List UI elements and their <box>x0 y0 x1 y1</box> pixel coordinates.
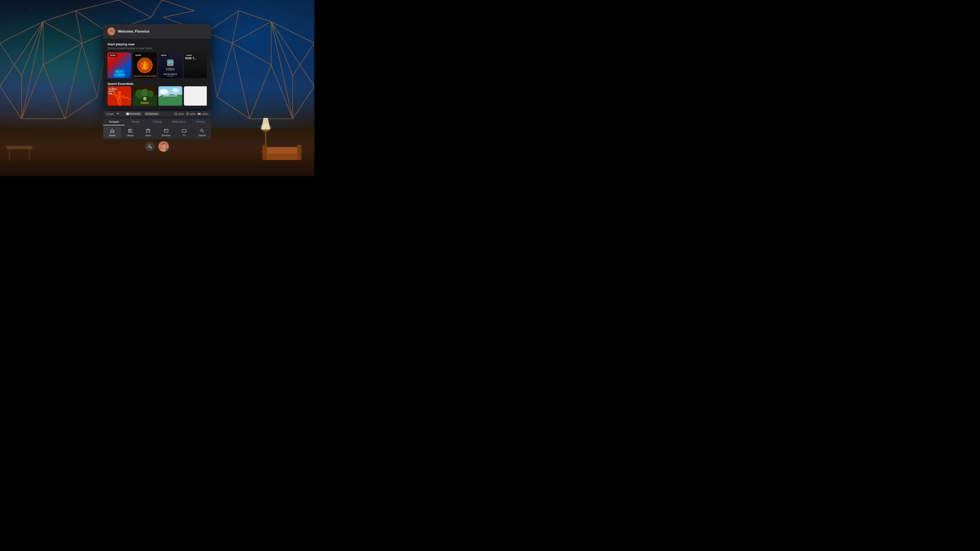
svg-point-101 <box>159 89 168 94</box>
tv-label: TV <box>183 134 186 137</box>
svg-line-11 <box>43 65 65 119</box>
essentials-row: SUPERHOTVR <box>108 86 207 106</box>
svg-rect-121 <box>182 129 186 132</box>
svg-rect-112 <box>198 113 200 115</box>
svg-line-19 <box>162 0 194 11</box>
robot-head <box>167 60 173 66</box>
controller2-icon <box>186 112 189 115</box>
journey-inner <box>133 53 157 78</box>
beat-saber-card[interactable]: Demo BEATSABER <box>108 53 131 78</box>
svg-line-31 <box>250 65 271 119</box>
roomscale-label: Roomscale <box>129 113 140 115</box>
battery-group: 100% 100% 100% <box>174 112 208 115</box>
nav-icons: Home Library <box>103 126 211 139</box>
svg-point-84 <box>118 91 121 95</box>
svg-point-98 <box>144 98 145 99</box>
tv-icon <box>181 128 187 134</box>
ui-container: Welcome, Florence Start playing now Demo… <box>103 24 211 152</box>
svg-line-4 <box>43 11 76 22</box>
search-label: Search <box>198 134 206 137</box>
svg-line-18 <box>151 0 162 17</box>
wander-card[interactable]: WANDER <box>158 86 182 106</box>
rise-card[interactable]: Demo RISE T... <box>184 53 207 78</box>
svg-rect-113 <box>129 129 130 132</box>
svg-line-23 <box>232 22 271 43</box>
tab-notifications[interactable]: Notifications <box>168 119 189 126</box>
journey-circle <box>137 58 153 73</box>
svg-line-22 <box>271 22 293 119</box>
svg-line-5 <box>76 11 82 43</box>
svg-line-24 <box>239 11 271 22</box>
svg-point-126 <box>148 145 150 147</box>
nav-tabs: Navigate People Sharing Notifications Se… <box>103 119 211 126</box>
svg-point-119 <box>165 129 165 130</box>
demo-games-row: Demo BEATSABER Demo Journey of <box>108 53 207 78</box>
status-bar: 9:25pm ⬜ Roomscale Stationary <box>103 111 211 117</box>
svg-line-43 <box>82 43 97 97</box>
wifi-icon <box>116 113 119 115</box>
tab-settings[interactable]: Settings <box>189 119 211 126</box>
panel-header: Welcome, Florence <box>103 24 211 39</box>
svg-line-6 <box>43 43 82 65</box>
superhot-card[interactable]: SUPERHOTVR <box>108 86 131 106</box>
svg-point-120 <box>165 129 166 130</box>
nav-tv[interactable]: TV <box>175 126 193 139</box>
panel-content: Start playing now Demos already installe… <box>103 39 211 109</box>
svg-line-10 <box>65 43 82 119</box>
svg-line-46 <box>217 43 232 97</box>
wander-title: WANDER <box>158 95 182 97</box>
nav-search[interactable]: Search <box>193 126 211 139</box>
svg-rect-70 <box>9 149 10 160</box>
svg-line-12 <box>0 22 43 43</box>
store-label: Store <box>145 134 151 137</box>
svg-line-17 <box>119 0 151 17</box>
svg-point-99 <box>145 98 146 99</box>
time-display: 9:25pm <box>106 113 114 115</box>
welcome-text: Welcome, Florence <box>118 30 150 33</box>
controller2-pct: 100% <box>189 113 196 115</box>
svg-point-102 <box>172 88 179 92</box>
nav-browser[interactable]: Browser <box>157 126 175 139</box>
beat-saber-title: BEATSABER <box>108 70 131 76</box>
unknown-card[interactable] <box>184 86 207 106</box>
tab-sharing[interactable]: Sharing <box>146 119 168 126</box>
quest-essentials-title: Quest Essentials <box>108 82 207 86</box>
library-icon <box>127 128 133 134</box>
svg-rect-114 <box>130 129 132 132</box>
svg-rect-69 <box>6 146 32 149</box>
svg-rect-79 <box>167 68 169 70</box>
svg-line-21 <box>293 86 314 119</box>
svg-line-26 <box>232 43 271 65</box>
space-pirate-title: SPACE PIRATE TRAINER <box>158 73 182 76</box>
battery-icon <box>198 113 201 115</box>
roomscale-badge[interactable]: ⬜ Roomscale <box>125 112 142 116</box>
space-pirate-card[interactable]: Demo SPACE PIRATE TRAINER <box>158 53 182 78</box>
stationary-badge[interactable]: Stationary <box>144 112 159 116</box>
nav-home[interactable]: Home <box>103 126 121 139</box>
beat-saber-demo-badge: Demo <box>109 54 117 57</box>
svg-line-8 <box>22 65 43 119</box>
main-panel: Welcome, Florence Start playing now Demo… <box>103 24 211 109</box>
user-avatar-button[interactable] <box>158 141 169 152</box>
browser-label: Browser <box>162 134 170 137</box>
time-text: 9:25pm <box>106 113 114 115</box>
tab-navigate[interactable]: Navigate <box>103 119 125 126</box>
svg-line-28 <box>271 65 293 119</box>
home-icon <box>110 128 115 134</box>
add-friend-button[interactable] <box>145 142 154 151</box>
svg-rect-116 <box>146 130 150 132</box>
svg-line-3 <box>43 22 82 43</box>
journey-card[interactable]: Demo Journey of the Gods <box>133 53 157 78</box>
moss-card[interactable]: moss <box>133 86 157 106</box>
store-icon <box>145 128 151 134</box>
svg-line-44 <box>65 97 97 119</box>
rise-demo-badge: Demo <box>185 54 193 57</box>
nav-library[interactable]: Library <box>121 126 139 139</box>
svg-rect-74 <box>297 145 301 160</box>
svg-point-106 <box>176 114 177 114</box>
svg-point-94 <box>147 91 154 97</box>
tab-people[interactable]: People <box>125 119 146 126</box>
nav-store[interactable]: Store <box>139 126 157 139</box>
library-label: Library <box>126 134 134 137</box>
start-playing-title: Start playing now <box>108 42 207 46</box>
